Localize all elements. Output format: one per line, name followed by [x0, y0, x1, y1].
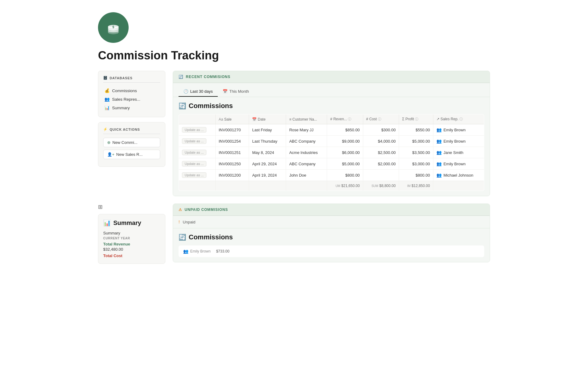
col-revenue-icon: #: [330, 117, 332, 121]
row-4-customer: ABC Company: [286, 158, 327, 170]
col-salesrep-icon: ↗: [436, 117, 439, 121]
col-salesrep-info: ⓘ: [459, 117, 463, 121]
row-5-revenue: $800.00: [327, 170, 363, 181]
row-1-sale: INV0001270: [216, 124, 249, 136]
svg-text:$: $: [112, 25, 114, 29]
table-row: Update as ... INV0001250 April 29, 2024 …: [179, 158, 484, 170]
summary-panel-icon: 📊: [103, 219, 111, 227]
row-1-rep: 👥 Emily Brown: [433, 124, 484, 136]
col-cost-icon: #: [366, 117, 368, 121]
row-4-profit: $3,000.00: [399, 158, 433, 170]
row-4-date: April 29, 2024: [249, 158, 286, 170]
sales-reps-icon: 👥: [104, 97, 110, 102]
databases-section-title: 🗄️ DATABASES: [103, 76, 160, 83]
row-5-customer: John Doe: [286, 170, 327, 181]
row-2-actions: Update as ...: [179, 136, 216, 147]
unpaid-rep-icon: 👥: [183, 249, 188, 254]
sum-empty-2: [216, 181, 249, 191]
row-4-rep: 👥 Emily Brown: [433, 158, 484, 170]
row-5-date: April 19, 2024: [249, 170, 286, 181]
quick-actions-title: ⚡ QUICK ACTIONS: [103, 127, 160, 134]
col-actions: [179, 114, 216, 124]
recent-commissions-header: 🔄 RECENT COMMISIONS: [173, 71, 490, 83]
commissions-tabs: 🕐 Last 30 days 📅 This Month: [173, 83, 490, 97]
row-3-profit: $3,500.00: [399, 147, 433, 158]
unpaid-amount: $733.00: [216, 249, 229, 253]
row-5-actions: Update as ...: [179, 170, 216, 181]
row-1-actions: Update as ...: [179, 124, 216, 136]
update-button-4[interactable]: Update as ...: [182, 161, 206, 167]
sum-empty-5: [433, 181, 484, 191]
sum-empty-1: [179, 181, 216, 191]
row-2-revenue: $9,000.00: [327, 136, 363, 147]
quick-actions-icon: ⚡: [103, 127, 108, 131]
bottom-section: ⊞ 📊 Summary Summary CURRENT YEAR Total R…: [98, 204, 490, 264]
summary-icon: 📊: [104, 105, 110, 110]
row-1-date: Last Friday: [249, 124, 286, 136]
row-5-profit: $800.00: [399, 170, 433, 181]
new-sales-rep-button[interactable]: 👤+ New Sales R...: [103, 150, 160, 159]
col-sale: Aa Sale: [216, 114, 249, 124]
unpaid-table-title: 🔄 Commissions: [179, 233, 484, 241]
row-1-profit: $550.00: [399, 124, 433, 136]
main-layout: 🗄️ DATABASES 💰 Commissions 👥 Sales Repre…: [98, 71, 490, 196]
unpaid-commissions-header: ⚠ UNPAID COMMISIONS: [173, 204, 490, 216]
col-cost-info: ⓘ: [378, 117, 381, 121]
total-cost-label: Total Cost: [103, 253, 160, 258]
col-sale-icon: Aa: [219, 117, 223, 122]
rep-icon-4: 👥: [436, 161, 442, 166]
row-3-customer: Acme Industries: [286, 147, 327, 158]
total-revenue-label: Total Revenue: [103, 242, 160, 246]
row-4-actions: Update as ...: [179, 158, 216, 170]
rep-icon-1: 👥: [436, 127, 442, 132]
tab-this-month[interactable]: 📅 This Month: [218, 87, 254, 97]
sidebar-item-commissions[interactable]: 💰 Commissions: [103, 86, 160, 95]
rep-icon-3: 👥: [436, 150, 442, 155]
sidebar-item-sales-reps[interactable]: 👥 Sales Repres...: [103, 95, 160, 103]
tab-last-30-days[interactable]: 🕐 Last 30 days: [179, 87, 218, 97]
unpaid-commissions-card: ⚠ UNPAID COMMISIONS ! Unpaid 🔄 Commissio…: [173, 204, 490, 262]
sum-profit: IM $12,850.00: [399, 181, 433, 191]
row-3-revenue: $6,000.00: [327, 147, 363, 158]
row-5-rep: 👥 Michael Johnson: [433, 170, 484, 181]
content-area: 🔄 RECENT COMMISIONS 🕐 Last 30 days 📅 Thi…: [173, 71, 490, 196]
sum-revenue: UM $21,650.00: [327, 181, 363, 191]
update-button-1[interactable]: Update as ...: [182, 127, 206, 133]
unpaid-commissions-table: 👥 Emily Brown $733.00: [179, 245, 484, 257]
unpaid-table-icon: 🔄: [179, 234, 186, 241]
col-customer: ≡ Customer Na...: [286, 114, 327, 124]
clock-icon: 🕐: [183, 89, 188, 94]
calendar-icon: 📅: [223, 89, 228, 94]
unpaid-table-section: 🔄 Commissions 👥 Emily Brown $733.00: [173, 228, 490, 262]
recent-commissions-table-section: 🔄 Commissions Aa Sale: [173, 97, 490, 196]
update-button-3[interactable]: Update as ...: [182, 150, 206, 155]
row-1-cost: $300.00: [363, 124, 399, 136]
new-commission-button[interactable]: ⊕ New Commi...: [103, 138, 160, 147]
update-button-5[interactable]: Update as ...: [182, 172, 206, 178]
sum-empty-3: [249, 181, 286, 191]
commissions-table: Aa Sale 📅 Date ≡ Customer Na...: [179, 114, 484, 191]
databases-section: 🗄️ DATABASES 💰 Commissions 👥 Sales Repre…: [98, 71, 165, 117]
col-profit-info: ⓘ: [415, 117, 418, 121]
col-customer-icon: ≡: [289, 117, 291, 122]
summary-table-label: Summary: [103, 231, 160, 235]
table-row: Update as ... INV0001200 April 19, 2024 …: [179, 170, 484, 181]
recent-commissions-header-icon: 🔄: [179, 75, 183, 79]
row-4-sale: INV0001250: [216, 158, 249, 170]
recent-commissions-card: 🔄 RECENT COMMISIONS 🕐 Last 30 days 📅 Thi…: [173, 71, 490, 196]
summary-panel-title: 📊 Summary: [103, 219, 160, 227]
table-sum-row: UM $21,650.00 SUM $8,800.00 IM $12,850.0…: [179, 181, 484, 191]
total-revenue-value: $32,480.00: [103, 247, 160, 252]
sidebar: 🗄️ DATABASES 💰 Commissions 👥 Sales Repre…: [98, 71, 165, 167]
summary-left-panel: 📊 Summary Summary CURRENT YEAR Total Rev…: [98, 214, 165, 264]
sum-empty-4: [286, 181, 327, 191]
logo-icon: $: [105, 19, 122, 36]
quick-actions-section: ⚡ QUICK ACTIONS ⊕ New Commi... 👤+ New Sa…: [98, 122, 165, 167]
unpaid-filter-row: ! Unpaid: [173, 216, 490, 228]
filter-icon: !: [179, 219, 180, 224]
page-title: Commission Tracking: [98, 49, 490, 62]
update-button-2[interactable]: Update as ...: [182, 138, 206, 144]
table-header-row: Aa Sale 📅 Date ≡ Customer Na...: [179, 114, 484, 124]
add-commission-icon: ⊕: [107, 140, 111, 145]
sidebar-item-summary[interactable]: 📊 Summary: [103, 103, 160, 112]
